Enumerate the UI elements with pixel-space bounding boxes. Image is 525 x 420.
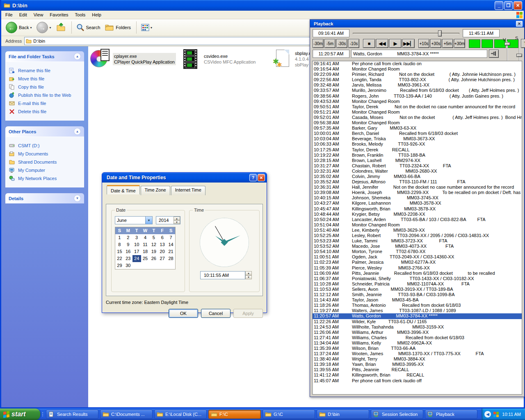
playback-entry[interactable]: 10:00:01 AMBerch, Daniel Recalled from 6… — [313, 131, 522, 136]
fast-forward-button[interactable]: ▶▶▏ — [402, 39, 415, 48]
task-link[interactable]: My Documents — [9, 151, 80, 157]
other-places-header[interactable]: Other Places ▲ — [5, 126, 84, 137]
minimize-button[interactable]: _ — [495, 1, 503, 10]
details-header[interactable]: Details ▼ — [5, 193, 84, 203]
close-button[interactable]: ✕ — [514, 1, 522, 10]
taskbar-button[interactable]: G:\C — [262, 410, 315, 419]
tab-internet-time[interactable]: Internet Time — [171, 186, 205, 195]
calendar-day[interactable]: 25 — [141, 255, 150, 262]
playback-entry[interactable]: 11:10:53 AMSellers, Avon MM03-3919-XX / … — [313, 287, 522, 292]
volume-slider-thumb[interactable] — [504, 42, 510, 46]
playback-entry[interactable]: 10:51:40 AMLee, Kimberly MM03-3629-XX — [313, 228, 522, 233]
playback-entry[interactable]: 11:10:28 AMSchneider, Patricia MM02-1107… — [313, 281, 522, 287]
dialog-titlebar[interactable]: Date and Time Properties ? ✕ — [102, 173, 267, 183]
calendar-day[interactable]: 4 — [141, 234, 150, 241]
ok-button[interactable]: OK — [169, 309, 198, 318]
rewind-button[interactable]: ◀◀ — [376, 39, 388, 48]
playback-entry[interactable]: 10:54:10 AMMorton, Tyrone TT02-6780-XX — [313, 249, 522, 254]
calendar-day[interactable]: 3 — [132, 234, 141, 241]
calendar-day[interactable]: 13 — [158, 241, 167, 248]
taskbar-button[interactable]: Playback — [425, 410, 477, 419]
calendar-day[interactable]: 18 — [141, 248, 150, 255]
calendar-day[interactable]: 29 — [115, 262, 124, 269]
year-spinner[interactable]: 2014 ▲▼ — [156, 216, 180, 224]
calendar-day[interactable]: 10 — [132, 241, 141, 248]
playback-entry[interactable]: 11:00:51 AMOgden, Jack TT03-2049-XX / CI… — [313, 254, 522, 260]
playback-entry[interactable]: 10:03:04 AMBeverage, Triska MM03-3673-XX — [313, 136, 522, 142]
playback-entry[interactable]: 11:19:27 AMWalters, James TT03-1087-LD /… — [313, 308, 522, 313]
calendar-day[interactable]: 8 — [115, 241, 124, 248]
taskbar-button[interactable]: E:\Local Disk (C... — [154, 410, 207, 419]
calendar-day[interactable]: 19 — [149, 248, 158, 255]
month-select[interactable]: June ▼ — [115, 216, 153, 224]
playback-entry[interactable]: 10:51:04 AMMonitor Changed Room — [313, 222, 522, 228]
task-link[interactable]: CSMT (D:) — [9, 143, 80, 148]
task-link[interactable]: Publish this file to the Web — [9, 92, 80, 98]
calendar-day[interactable]: 26 — [149, 255, 158, 262]
calendar-day[interactable]: 27 — [158, 255, 167, 262]
playback-entry[interactable]: 09:57:35 AMBarker, Gary MM03-63-XX — [313, 126, 522, 131]
playback-entry[interactable]: 11:41:12 AMKillingsworth, Brian RECALL — [313, 372, 522, 378]
playback-entry[interactable]: 11:45:07 AMPer phone call from clerk /au… — [313, 378, 522, 383]
expand-chevron-icon[interactable]: ▼ — [74, 195, 81, 202]
playback-entry[interactable]: 11:26:06 AMWilliams, Arthur MM03-3996-XX — [313, 330, 522, 335]
playback-entry[interactable]: 11:18:26 AMThomas, Antonio Recalled from… — [313, 303, 522, 308]
task-link[interactable]: Rename this file — [9, 68, 80, 73]
playback-entry[interactable]: 09:22:56 AMLongtin, Tanda TT03-802-XX ( … — [313, 77, 522, 82]
tray-windows-icon[interactable] — [493, 412, 499, 417]
playback-entry[interactable]: 10:17:25 AMTaylor, Derek RECALL — [313, 147, 522, 153]
playback-entry[interactable]: 11:35:39 AMWilson, Brian TT03-66-AA — [313, 346, 522, 351]
tab-time-zone[interactable]: Time Zone — [141, 186, 170, 195]
taskbar-button[interactable]: Search Results — [46, 410, 98, 419]
playback-entry[interactable]: 09:33:57 AMMurillo, Jeronimo Recalled fr… — [313, 88, 522, 93]
task-link[interactable]: Copy this file — [9, 84, 80, 90]
calendar-day[interactable]: 15 — [115, 248, 124, 255]
playback-entry[interactable]: 10:50:24 AMLancaster, Arden TT03-65-BA /… — [313, 217, 522, 222]
playback-titlebar[interactable]: Playback ✕ — [310, 20, 524, 27]
playback-list[interactable]: 09:16:41 AMPer phone call from clerk /au… — [312, 61, 522, 395]
calendar-day[interactable]: 14 — [167, 241, 175, 248]
explorer-titlebar[interactable]: D:\bin _ ❐ ✕ — [1, 0, 524, 11]
menu-favorites[interactable]: Favorites — [46, 11, 71, 18]
maximize-button[interactable]: ❐ — [504, 1, 513, 10]
skip-forward-button-3[interactable]: +30m — [454, 39, 465, 48]
quick-launch-handle[interactable] — [40, 409, 45, 419]
task-link[interactable]: My Network Places — [9, 176, 80, 181]
playback-entry[interactable]: 10:35:52 AMDejesus, Alfonso TT03-110-FM … — [313, 179, 522, 185]
search-button[interactable]: Search — [74, 23, 103, 32]
time-down-icon[interactable]: ▼ — [245, 275, 252, 279]
year-down-icon[interactable]: ▼ — [173, 220, 180, 224]
calendar-day[interactable]: 1 — [115, 234, 124, 241]
taskbar-button[interactable]: F:\C — [208, 410, 261, 419]
calendar-day[interactable]: 2 — [124, 234, 132, 241]
playback-entry[interactable]: 09:32:48 AMJarvis, Melissa MM03-3961-XX — [313, 82, 522, 88]
playback-entry[interactable]: 10:52:25 AMLesley, Robert TT03-2094-XX /… — [313, 233, 522, 238]
folders-button[interactable]: Folders — [103, 23, 133, 32]
calendar-day[interactable]: 28 — [167, 255, 175, 262]
playback-entry[interactable]: 10:35:02 AMColvin, Jimmy MM03-66-BA — [313, 174, 522, 179]
pin-button[interactable] — [489, 50, 499, 58]
views-button[interactable]: ▾ — [139, 23, 154, 32]
playback-entry[interactable]: 10:43:27 AMKilgore, Lashannon MM03-3578-… — [313, 201, 522, 206]
playback-entry[interactable]: 10:53:23 AMLuke, Tammi MM03-3723-XX FTA — [313, 238, 522, 244]
playback-entry[interactable]: 09:52:01 AMCasada, Moses Not on the dock… — [313, 115, 522, 120]
playback-entry[interactable]: 11:22:26 AMWilder, Kyle TT03-61-DU / 116… — [313, 319, 522, 324]
tab-date-time[interactable]: Date & Time — [107, 185, 140, 194]
playback-entry[interactable]: 10:28:15 AMBrown, Lashell MM2974-XX — [313, 158, 522, 163]
year-up-icon[interactable]: ▲ — [173, 217, 180, 220]
seek-slider[interactable] — [353, 29, 459, 37]
playback-entry[interactable]: 09:50:51 AMTaylor, Derek Not on the dock… — [313, 104, 522, 110]
playback-entry[interactable]: 09:22:09 AMPrimier, Richard Not on the d… — [313, 72, 522, 77]
playback-entry[interactable]: 10:45:47 AMKillingsworth, Brian MM03-357… — [313, 206, 522, 212]
calendar-day[interactable]: 9 — [124, 241, 132, 248]
file-tile[interactable]: cplayer.exeCPlayer QuickPlay Application — [90, 49, 180, 69]
current-entry-field[interactable]: Watts, Gordon MM03-3784-XX ***** — [351, 50, 487, 58]
playback-entry[interactable]: 11:05:39 AMPierce, Wesley MM03-2766-XX — [313, 265, 522, 271]
skip-forward-button-0[interactable]: +10s — [418, 39, 429, 48]
playback-entry[interactable]: 10:32:31 AMColondres, Walter MM03-2680-X… — [313, 169, 522, 174]
playback-entry[interactable]: 11:27:41 AMWilliams, Charles Recalled fr… — [313, 335, 522, 340]
playback-entry[interactable]: 10:53:52 AMMacedo, Jose MM03-4073-XX FTA — [313, 244, 522, 249]
skip-forward-button-2[interactable]: +5m — [442, 39, 453, 48]
playback-entry[interactable]: 11:34:04 AMWilliams, Kelly MM02-9962A-XX — [313, 340, 522, 346]
playback-entry[interactable]: 09:16:54 AMMonitor Changed Room — [313, 66, 522, 72]
